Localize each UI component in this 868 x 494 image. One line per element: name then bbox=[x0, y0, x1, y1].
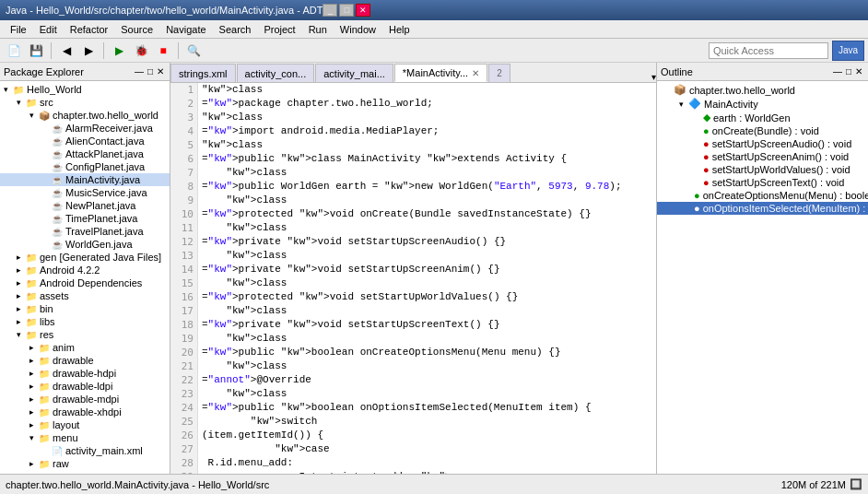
tree-item[interactable]: ☕MainActivity.java bbox=[0, 173, 170, 186]
quick-access-input[interactable] bbox=[709, 42, 828, 59]
package-explorer-maximize[interactable]: □ bbox=[146, 65, 155, 77]
outline-item[interactable]: ●onOptionsItemSelected(MenuItem) : boole… bbox=[657, 202, 868, 215]
menu-project[interactable]: Project bbox=[257, 22, 301, 37]
package-explorer-minimize[interactable]: — bbox=[133, 65, 146, 77]
tree-label: src bbox=[40, 97, 53, 108]
menu-edit[interactable]: Edit bbox=[33, 22, 64, 37]
tree-item[interactable]: ▸📁libs bbox=[0, 315, 170, 328]
tree-item[interactable]: ☕MusicService.java bbox=[0, 186, 170, 199]
tree-item[interactable]: ▸📁raw bbox=[0, 457, 170, 470]
forward-button[interactable]: ▶ bbox=[78, 41, 99, 61]
line-number: 21 bbox=[174, 359, 194, 373]
menu-bar: File Edit Refactor Source Navigate Searc… bbox=[0, 20, 868, 39]
tree-item[interactable]: ☕AttackPlanet.java bbox=[0, 147, 170, 160]
tree-item[interactable]: ▸📁drawable-mdpi bbox=[0, 393, 170, 406]
line-number: 24 bbox=[174, 401, 194, 415]
tree-item[interactable]: ▾📁Hello_World bbox=[0, 83, 170, 96]
tree-icon: 📁 bbox=[26, 98, 37, 108]
outline-item[interactable]: 📦chapter.two.hello_world bbox=[657, 83, 868, 97]
tree-item[interactable]: ☕AlarmReceiver.java bbox=[0, 122, 170, 135]
tree-item[interactable]: ▸📁layout bbox=[0, 418, 170, 431]
package-explorer-close[interactable]: ✕ bbox=[155, 65, 166, 77]
outline-minimize[interactable]: — bbox=[831, 65, 844, 77]
package-explorer-header: Package Explorer — □ ✕ bbox=[0, 63, 170, 81]
tree-item[interactable]: ▸📁Android Dependencies bbox=[0, 276, 170, 289]
line-number: 2 bbox=[174, 97, 194, 111]
menu-refactor[interactable]: Refactor bbox=[64, 22, 115, 37]
maximize-button[interactable]: □ bbox=[339, 4, 354, 17]
tree-item[interactable]: ☕TimePlanet.java bbox=[0, 212, 170, 225]
menu-source[interactable]: Source bbox=[114, 22, 159, 37]
close-button[interactable]: ✕ bbox=[356, 4, 370, 17]
line-number: 18 bbox=[174, 318, 194, 332]
package-explorer-title: Package Explorer bbox=[4, 66, 133, 77]
tree-item[interactable]: ▸📁drawable bbox=[0, 354, 170, 367]
search-button[interactable]: 🔍 bbox=[183, 41, 204, 61]
menu-window[interactable]: Window bbox=[334, 22, 382, 37]
tab-close-icon[interactable]: ✕ bbox=[472, 68, 479, 78]
outline-item[interactable]: ●onCreateOptionsMenu(Menu) : boolean bbox=[657, 189, 868, 202]
tree-item[interactable]: ☕ConfigPlanet.java bbox=[0, 160, 170, 173]
tree-item[interactable]: ☕AlienContact.java bbox=[0, 135, 170, 147]
outline-close[interactable]: ✕ bbox=[853, 65, 864, 77]
new-button[interactable]: 📄 bbox=[4, 41, 24, 61]
java-perspective-button[interactable]: Java bbox=[832, 41, 864, 61]
tree-item[interactable]: ▾📁src bbox=[0, 96, 170, 109]
tree-label: Android Dependencies bbox=[40, 277, 142, 288]
menu-run[interactable]: Run bbox=[302, 22, 334, 37]
back-button[interactable]: ◀ bbox=[56, 41, 76, 61]
outline-item[interactable]: ▾🔷MainActivity bbox=[657, 97, 868, 111]
tab-2[interactable]: 2 bbox=[488, 64, 510, 82]
tree-toggle: ▸ bbox=[29, 420, 39, 429]
tree-item[interactable]: ▸📁anim bbox=[0, 341, 170, 354]
tree-toggle: ▸ bbox=[17, 278, 26, 288]
tree-item[interactable]: ▸📁bin bbox=[0, 302, 170, 315]
tree-item[interactable]: 📄activity_main.xml bbox=[0, 444, 170, 457]
stop-button[interactable]: ■ bbox=[153, 41, 173, 61]
outline-item[interactable]: ●setStartUpScreenText() : void bbox=[657, 176, 868, 189]
outline-icon: ● bbox=[703, 164, 710, 175]
debug-button[interactable]: 🐞 bbox=[131, 41, 151, 61]
outline-label: setStartUpWorldValues() : void bbox=[712, 164, 850, 175]
tree-item[interactable]: ▸📁drawable-ldpi bbox=[0, 380, 170, 393]
minimize-button[interactable]: _ bbox=[323, 4, 337, 17]
menu-search[interactable]: Search bbox=[213, 22, 258, 37]
outline-maximize[interactable]: □ bbox=[844, 65, 853, 77]
code-scroll-area[interactable]: "kw">class="kw">package chapter.two.hell… bbox=[198, 83, 656, 474]
line-number: 26 bbox=[174, 429, 194, 442]
menu-navigate[interactable]: Navigate bbox=[159, 22, 212, 37]
tab-activity-mai[interactable]: activity_mai... bbox=[315, 64, 393, 82]
tree-item[interactable]: ☕TravelPlanet.java bbox=[0, 225, 170, 238]
tree-item[interactable]: ▾📁menu bbox=[0, 431, 170, 444]
tree-icon: 📦 bbox=[39, 111, 50, 121]
tree-label: raw bbox=[53, 458, 69, 469]
tree-item[interactable]: ▸📁drawable-xhdpi bbox=[0, 406, 170, 418]
outline-label: setStartUpScreenAudio() : void bbox=[712, 138, 852, 149]
outline-label: setStartUpScreenText() : void bbox=[712, 177, 845, 188]
tab-strings-xml[interactable]: strings.xml bbox=[170, 64, 236, 82]
tree-item[interactable]: ▸📁drawable-hdpi bbox=[0, 367, 170, 380]
tree-icon: 📁 bbox=[26, 278, 37, 288]
outline-item[interactable]: ●onCreate(Bundle) : void bbox=[657, 124, 868, 137]
outline-item[interactable]: ●setStartUpWorldValues() : void bbox=[657, 163, 868, 176]
toolbar-separator-1 bbox=[51, 42, 52, 59]
outline-item[interactable]: ◆earth : WorldGen bbox=[657, 111, 868, 124]
outline-item[interactable]: ●setStartUpScreenAnim() : void bbox=[657, 150, 868, 163]
quick-access-area: Java bbox=[205, 41, 864, 61]
run-button[interactable]: ▶ bbox=[109, 41, 129, 61]
outline-item[interactable]: ●setStartUpScreenAudio() : void bbox=[657, 137, 868, 150]
line-number: 8 bbox=[174, 180, 194, 194]
tree-item[interactable]: ☕NewPlanet.java bbox=[0, 199, 170, 212]
menu-help[interactable]: Help bbox=[382, 22, 416, 37]
tab-mainactivity[interactable]: *MainActivity...✕ bbox=[394, 64, 487, 82]
tree-item[interactable]: ▾📁res bbox=[0, 328, 170, 341]
tree-item[interactable]: ☕WorldGen.java bbox=[0, 238, 170, 251]
tree-item[interactable]: ▸📁assets bbox=[0, 289, 170, 302]
tab-activity-con[interactable]: activity_con... bbox=[237, 64, 315, 82]
tree-item[interactable]: ▸📁Android 4.2.2 bbox=[0, 264, 170, 276]
tree-item[interactable]: ▾📦chapter.two.hello_world bbox=[0, 109, 170, 122]
save-button[interactable]: 💾 bbox=[26, 41, 46, 61]
tree-toggle: ▸ bbox=[17, 265, 26, 275]
menu-file[interactable]: File bbox=[4, 22, 33, 37]
tree-item[interactable]: ▸📁gen [Generated Java Files] bbox=[0, 251, 170, 264]
